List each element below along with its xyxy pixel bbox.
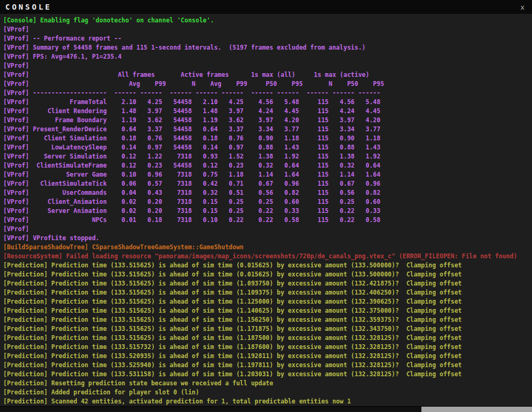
- console-line: [VProf] UserCommands 0.04 0.43 7318 0.32…: [3, 188, 529, 197]
- console-line: [VProf] -- Performance report --: [3, 34, 529, 43]
- console-line: [VProf]: [3, 25, 529, 34]
- console-line: [Prediction] Scanned 42 entities, activa…: [3, 397, 529, 406]
- console-output: [Console] Enabling flag 'donotecho' on c…: [0, 14, 532, 406]
- scrollbar-thumb[interactable]: [421, 407, 532, 412]
- console-line: [Prediction] Added prediction for player…: [3, 388, 529, 397]
- horizontal-scrollbar[interactable]: [0, 406, 532, 412]
- console-line: [Prediction] Prediction time (133.515625…: [3, 334, 529, 343]
- console-line: [VProf] Summary of 54458 frames and 115 …: [3, 43, 529, 52]
- console-line: [VProf] Server Simulation 0.12 1.22 7318…: [3, 152, 529, 161]
- console-line: [VProf] Client_Animation 0.02 0.20 7318 …: [3, 197, 529, 207]
- console-line: [VProf] ClientSimulateTick 0.06 0.57 731…: [3, 179, 529, 188]
- console-line: [VProf] LowLatencySleep 0.14 0.97 54458 …: [3, 143, 529, 152]
- console-line: [Prediction] Prediction time (133.515625…: [3, 324, 529, 334]
- console-line: [Prediction] Prediction time (133.515625…: [3, 306, 529, 315]
- console-line: [Prediction] Prediction time (133.515625…: [3, 279, 529, 288]
- console-line: [VProf] ClientSimulateFrame 0.12 0.23 54…: [3, 161, 529, 170]
- console-line: [VProf] FPS: Avg=476.1, P1=235.4: [3, 52, 529, 61]
- console-line: [Console] Enabling flag 'donotecho' on c…: [3, 16, 529, 25]
- console-line: [Prediction] Prediction time (133.531158…: [3, 370, 529, 379]
- console-line: [VProf] Present_RenderDevice 0.64 3.37 5…: [3, 125, 529, 134]
- console-line: [VProf]: [3, 225, 529, 234]
- console-line: [VProf] Server Animation 0.02 0.20 7318 …: [3, 207, 529, 216]
- title-bar: CONSOLE x: [0, 0, 532, 14]
- console-line: [Prediction] Resetting prediction state …: [3, 379, 529, 388]
- console-line: [Prediction] Prediction time (133.515625…: [3, 288, 529, 297]
- console-line: [Prediction] Prediction time (133.515625…: [3, 315, 529, 324]
- console-line: [Prediction] Prediction time (133.525940…: [3, 361, 529, 370]
- console-line: [VProf] Frame Boundary 1.19 3.62 54458 1…: [3, 116, 529, 125]
- console-line: [VProf] Client Rendering 1.48 3.97 54458…: [3, 107, 529, 116]
- console-line: [VProf] Avg P99 N Avg P99 P50 P95 N P50 …: [3, 80, 529, 89]
- console-line: [ResourceSystem] Failed loading resource…: [3, 252, 529, 261]
- console-line: [VProf]: [3, 61, 529, 70]
- console-line: [Prediction] Prediction time (133.515625…: [3, 297, 529, 306]
- console-line: [BuildSparseShadowTree] CSparseShadowTre…: [3, 243, 529, 252]
- close-button[interactable]: x: [518, 3, 527, 12]
- console-window: CONSOLE x [Console] Enabling flag 'donot…: [0, 0, 532, 412]
- console-line: [VProf] Server Game 0.10 0.96 7318 0.75 …: [3, 170, 529, 179]
- console-line: [VProf] VProfLite stopped.: [3, 234, 529, 243]
- console-line: [Prediction] Prediction time (133.515625…: [3, 270, 529, 279]
- console-line: [VProf] Client Simulation 0.18 0.76 5445…: [3, 134, 529, 143]
- console-line: [VProf] -------------------- ------ ----…: [3, 89, 529, 98]
- console-line: [VProf] FrameTotal 2.10 4.25 54458 2.10 …: [3, 98, 529, 107]
- window-title: CONSOLE: [5, 3, 52, 11]
- console-line: [Prediction] Prediction time (133.515625…: [3, 261, 529, 270]
- console-line: [VProf] NPCs 0.01 0.18 7318 0.10 0.22 0.…: [3, 216, 529, 225]
- console-line: [Prediction] Prediction time (133.515732…: [3, 343, 529, 352]
- console-line: [VProf] All frames Active frames 1s max …: [3, 70, 529, 80]
- console-line: [Prediction] Prediction time (133.520935…: [3, 352, 529, 361]
